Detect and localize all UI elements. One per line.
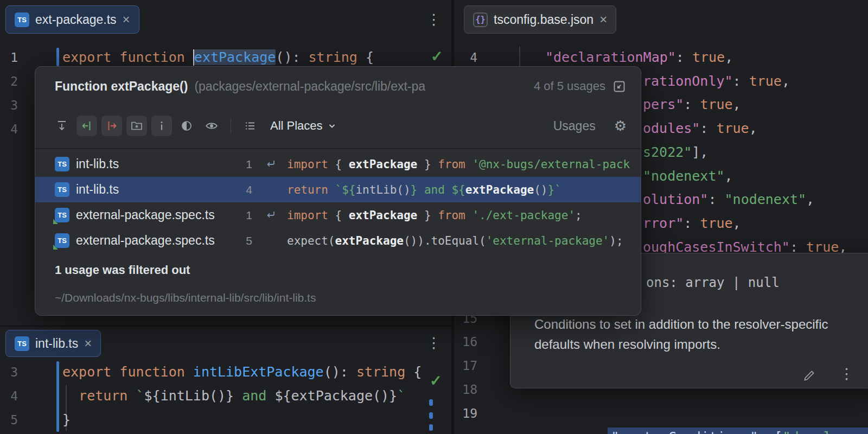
usage-code-preview: expect(extPackage()).toEqual('external-p… — [287, 234, 641, 247]
doc-signature: ons: array | null — [646, 275, 780, 290]
tab-tsconfig[interactable]: {} tsconfig.base.json × — [464, 5, 616, 34]
test-file-mark — [53, 245, 58, 250]
usages-toolbar: All Places Usages ⚙ — [52, 113, 627, 138]
vcs-change-marker — [56, 48, 59, 66]
doc-options-kebab-icon[interactable]: ⋮ — [839, 366, 854, 382]
usages-list: TS int-lib.ts 1 import { extPackage } fr… — [35, 151, 641, 253]
code-line[interactable]: odules": true, — [643, 117, 757, 141]
gear-icon[interactable]: ⚙ — [614, 119, 627, 133]
tab-label: ext-package.ts — [35, 12, 117, 27]
autoscroll-to-source-icon[interactable] — [52, 116, 72, 136]
usage-code-preview: return `${intLib()} and ${extPackage()}` — [287, 183, 641, 196]
preview-eye-icon[interactable] — [201, 116, 222, 136]
line-number: 18 — [454, 378, 477, 401]
usages-title: Function extPackage() — [55, 79, 188, 94]
filtered-usages-note: 1 usage was filtered out — [55, 263, 190, 277]
line-number: 3 — [0, 93, 18, 117]
contrast-half-circle-icon[interactable] — [176, 116, 197, 136]
typescript-spec-file-icon: TS — [55, 233, 69, 248]
line-number: 4 — [0, 384, 18, 408]
toolbar-divider — [35, 148, 641, 149]
usage-file-name: int-lib.ts — [76, 182, 231, 197]
analysis-stripe-mark — [429, 424, 433, 431]
bottom-editor-pane: TS int-lib.ts × ⋮ 3 4 5 export function … — [0, 326, 451, 434]
show-read-access-icon[interactable] — [76, 116, 97, 136]
vcs-change-marker — [56, 361, 59, 432]
typescript-file-icon: TS — [15, 336, 29, 351]
tab-int-lib[interactable]: TS int-lib.ts × — [5, 330, 101, 357]
import-arrow-icon — [262, 209, 279, 222]
code-line[interactable]: rror": true, — [643, 212, 741, 235]
usage-file-name: int-lib.ts — [76, 157, 231, 171]
code-line[interactable]: s2022"], — [643, 141, 708, 164]
line-number: 2 — [0, 69, 18, 93]
inspection-ok-icon[interactable]: ✓ — [430, 369, 442, 393]
json-file-icon: {} — [473, 12, 488, 27]
typescript-spec-file-icon: TS — [55, 208, 69, 222]
line-number: 16 — [454, 330, 477, 354]
group-by-generated-folder-icon[interactable] — [126, 116, 147, 136]
typescript-file-icon: TS — [55, 157, 69, 171]
editor-options-kebab-icon[interactable]: ⋮ — [426, 12, 441, 28]
edit-pencil-icon[interactable] — [802, 368, 816, 382]
line-number: 19 — [454, 401, 477, 425]
close-tab-icon[interactable]: × — [599, 13, 607, 26]
code-line[interactable]: } — [62, 408, 71, 432]
usage-line-number: 4 — [231, 183, 252, 196]
usage-line-number: 1 — [231, 209, 252, 222]
usage-file-name: external-package.spec.ts — [76, 208, 231, 222]
usage-code-preview: import { extPackage } from '@nx-bugs/ext… — [287, 158, 641, 171]
show-usages-popup: Function extPackage() (packages/external… — [35, 66, 641, 316]
usage-row[interactable]: TS external-package.spec.ts 1 import { e… — [35, 202, 641, 228]
info-icon[interactable] — [151, 116, 172, 136]
line-number: 1 — [0, 46, 18, 69]
line-number: 3 — [0, 360, 18, 384]
analysis-stripe-mark — [429, 412, 433, 419]
usages-subtitle-path: (packages/external-package/src/lib/ext-p… — [194, 79, 527, 94]
usages-header: Function extPackage() (packages/external… — [55, 76, 627, 96]
code-line[interactable]: olution": "nodenext", — [643, 188, 814, 212]
selected-usage-path: ~/Downloads/nx-bugs/libs/internal-lib/sr… — [55, 291, 316, 304]
code-line[interactable]: pers": true, — [643, 93, 741, 117]
test-file-mark — [53, 219, 58, 224]
toolbar-separator — [231, 119, 231, 133]
code-line[interactable]: export function intLibExtPackage(): stri… — [62, 360, 422, 384]
show-write-access-icon[interactable] — [101, 116, 122, 136]
line-number: 5 — [0, 408, 18, 432]
usage-row[interactable]: TS int-lib.ts 1 import { extPackage } fr… — [35, 151, 641, 177]
typescript-file-icon: TS — [55, 182, 69, 197]
view-options-list-icon[interactable] — [240, 116, 260, 136]
usages-tab-label[interactable]: Usages — [553, 119, 596, 133]
inspection-ok-icon[interactable]: ✓ — [431, 44, 443, 68]
indent-guide — [519, 47, 520, 66]
usage-file-name: external-package.spec.ts — [76, 233, 231, 248]
usage-code-preview: import { extPackage } from './ext-packag… — [287, 209, 641, 222]
scope-dropdown[interactable]: All Places — [270, 119, 336, 133]
code-line[interactable]: rationOnly": true, — [643, 69, 790, 93]
tab-ext-package[interactable]: TS ext-package.ts × — [5, 5, 139, 34]
editor-options-kebab-icon[interactable]: ⋮ — [426, 335, 441, 352]
chevron-down-icon — [328, 122, 336, 130]
doc-description: Conditions to set in addition to the res… — [534, 314, 835, 354]
open-in-tool-window-icon[interactable] — [612, 79, 627, 94]
usage-line-number: 5 — [231, 234, 252, 247]
usage-line-number: 1 — [231, 158, 252, 171]
typescript-file-icon: TS — [15, 12, 29, 27]
usage-row-selected[interactable]: TS int-lib.ts 4 return `${intLib()} and … — [35, 177, 641, 202]
tab-label: tsconfig.base.json — [494, 12, 593, 27]
analysis-stripe-mark — [429, 399, 433, 406]
close-tab-icon[interactable]: × — [84, 337, 92, 350]
selection-highlight: "customConditions": ["development"] — [608, 427, 868, 434]
code-line[interactable]: "nodenext", — [643, 164, 733, 188]
usages-count: 4 of 5 usages — [534, 79, 605, 93]
code-line[interactable]: return `${intLib()} and ${extPackage()}` — [62, 384, 405, 408]
ide-window: TS ext-package.ts × ⋮ 1 2 3 4 export fun… — [0, 0, 868, 434]
import-arrow-icon — [262, 158, 279, 171]
line-number: 4 — [0, 117, 18, 141]
line-number: 17 — [454, 354, 477, 378]
usage-row[interactable]: TS external-package.spec.ts 5 expect(ext… — [35, 228, 641, 253]
tab-label: int-lib.ts — [35, 336, 78, 351]
scope-dropdown-label: All Places — [270, 119, 323, 133]
close-tab-icon[interactable]: × — [123, 13, 130, 26]
code-line-selected[interactable]: "customConditions": ["development"] — [559, 401, 868, 425]
